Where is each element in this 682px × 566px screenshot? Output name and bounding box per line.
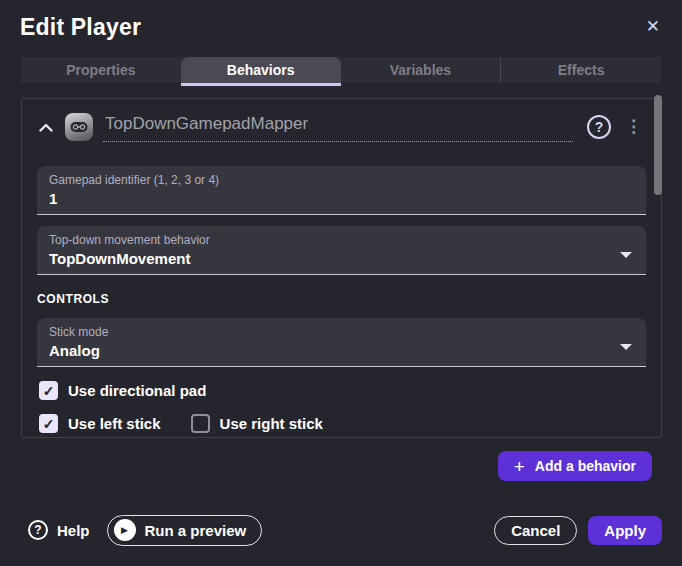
- behavior-card: TopDownGamepadMapper ? ⋮ Gamepad identif…: [21, 98, 662, 438]
- use-right-stick-label: Use right stick: [220, 415, 323, 432]
- use-directional-pad-checkbox[interactable]: ✓ Use directional pad: [39, 381, 206, 400]
- tab-variables[interactable]: Variables: [341, 57, 501, 83]
- collapse-chevron-icon[interactable]: [37, 123, 59, 132]
- close-icon[interactable]: ✕: [642, 14, 664, 40]
- help-button[interactable]: ? Help: [28, 520, 90, 540]
- controls-section-label: CONTROLS: [37, 292, 646, 306]
- checkbox-row-1: ✓ Use directional pad: [37, 381, 646, 400]
- dialog-header: Edit Player ✕: [0, 0, 682, 41]
- run-preview-label: Run a preview: [145, 522, 247, 539]
- use-left-stick-label: Use left stick: [68, 415, 161, 432]
- chevron-down-icon: [620, 344, 632, 350]
- movement-behavior-select[interactable]: Top-down movement behavior TopDownMoveme…: [37, 226, 646, 275]
- tab-bar: Properties Behaviors Variables Effects: [21, 57, 661, 83]
- gamepad-behavior-icon: [65, 113, 93, 141]
- chevron-down-icon: [620, 252, 632, 258]
- behavior-name-field[interactable]: TopDownGamepadMapper: [103, 112, 573, 142]
- movement-behavior-label: Top-down movement behavior: [49, 233, 634, 247]
- movement-behavior-value[interactable]: TopDownMovement: [49, 250, 634, 267]
- gamepad-identifier-value[interactable]: 1: [49, 190, 634, 207]
- stick-mode-select[interactable]: Stick mode Analog: [37, 318, 646, 367]
- behavior-header: TopDownGamepadMapper ? ⋮: [37, 99, 646, 142]
- help-question-icon: ?: [28, 520, 48, 540]
- add-behavior-button[interactable]: + Add a behavior: [498, 451, 652, 481]
- plus-icon: +: [514, 457, 525, 476]
- gamepad-identifier-label: Gamepad identifier (1, 2, 3 or 4): [49, 173, 634, 187]
- page-title: Edit Player: [20, 14, 141, 41]
- footer-bar: ? Help ▶ Run a preview Cancel Apply: [20, 515, 662, 545]
- stick-mode-label: Stick mode: [49, 325, 634, 339]
- behavior-help-icon[interactable]: ?: [587, 115, 611, 139]
- checkbox-row-2: ✓ Use left stick Use right stick: [37, 414, 646, 433]
- cancel-button[interactable]: Cancel: [494, 516, 577, 545]
- tab-behaviors[interactable]: Behaviors: [181, 57, 341, 83]
- tab-properties[interactable]: Properties: [21, 57, 181, 83]
- add-behavior-row: + Add a behavior: [0, 451, 652, 481]
- help-label: Help: [57, 522, 90, 539]
- apply-button[interactable]: Apply: [588, 516, 662, 545]
- use-left-stick-checkbox[interactable]: ✓ Use left stick: [39, 414, 161, 433]
- scrollbar-thumb[interactable]: [654, 95, 662, 195]
- use-directional-pad-label: Use directional pad: [68, 382, 206, 399]
- use-right-stick-checkbox[interactable]: Use right stick: [191, 414, 323, 433]
- behavior-menu-icon[interactable]: ⋮: [621, 115, 646, 139]
- checkbox-checked-icon[interactable]: ✓: [39, 381, 58, 400]
- add-behavior-label: Add a behavior: [535, 458, 636, 474]
- gamepad-identifier-field[interactable]: Gamepad identifier (1, 2, 3 or 4) 1: [37, 166, 646, 215]
- tab-effects[interactable]: Effects: [500, 57, 661, 83]
- play-icon: ▶: [114, 519, 136, 541]
- run-preview-button[interactable]: ▶ Run a preview: [107, 515, 263, 546]
- checkbox-checked-icon[interactable]: ✓: [39, 414, 58, 433]
- checkbox-unchecked-icon[interactable]: [191, 414, 210, 433]
- behavior-name[interactable]: TopDownGamepadMapper: [105, 114, 308, 133]
- stick-mode-value[interactable]: Analog: [49, 342, 634, 359]
